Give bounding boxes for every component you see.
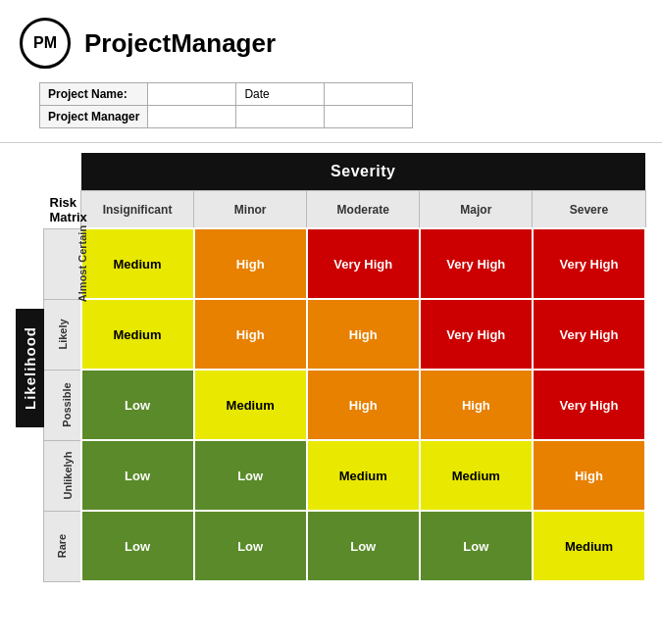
risk-cell-r0-c2: Very High [307,228,420,299]
risk-cell-r1-c3: Very High [420,299,533,370]
risk-cell-r3-c0: Low [81,440,194,511]
severity-header-row: Severity [44,153,646,191]
severity-header: Severity [81,153,646,191]
risk-cell-r3-c2: Medium [307,440,420,511]
date-label: Date [236,83,325,106]
risk-cell-r2-c0: Low [81,370,194,440]
risk-matrix-table: Severity Risk Matrix Insignificant Minor… [43,153,646,582]
row-label-0: Almost Certain [44,228,81,299]
likelihood-label-wrap: Likelihood [16,153,43,582]
risk-cell-r4-c2: Low [307,511,420,581]
col-header-moderate: Moderate [307,191,420,229]
risk-matrix-label [44,153,81,191]
risk-cell-r1-c2: High [307,299,420,370]
row-label-2: Possible [44,370,81,440]
matrix-row: LikelyMediumHighHighVery HighVery High [44,299,646,370]
col-header-minor: Minor [194,191,307,229]
empty-cell [236,106,325,128]
risk-cell-r4-c3: Low [420,511,533,581]
manager-value[interactable] [148,106,236,128]
project-info-table: Project Name: Date Project Manager [39,82,413,128]
risk-cell-r4-c0: Low [81,511,194,581]
col-header-major: Major [420,191,533,229]
logo-text: PM [33,34,57,52]
app-title: ProjectManager [84,28,276,59]
risk-cell-r4-c1: Low [194,511,307,581]
risk-cell-r3-c4: High [533,440,645,511]
logo: PM [20,18,71,69]
row-label-4: Rare [44,511,81,581]
risk-cell-r2-c4: Very High [533,370,645,440]
risk-matrix-corner: Risk Matrix [44,191,81,229]
risk-cell-r2-c3: High [420,370,533,440]
risk-cell-r0-c1: High [194,228,307,299]
row-label-1: Likely [44,299,81,370]
date-value[interactable] [325,83,413,106]
risk-cell-r0-c3: Very High [420,228,533,299]
empty-cell2 [325,106,413,128]
risk-cell-r3-c3: Medium [420,440,533,511]
risk-cell-r2-c2: High [307,370,420,440]
risk-cell-r4-c4: Medium [533,511,645,581]
matrix-row: PossibleLowMediumHighHighVery High [44,370,646,440]
matrix-container: Likelihood Severity Risk Matrix Insignif… [0,143,662,592]
risk-cell-r1-c4: Very High [533,299,645,370]
likelihood-label: Likelihood [16,309,44,427]
risk-cell-r3-c1: Low [194,440,307,511]
matrix-row: UnlikelyhLowLowMediumMediumHigh [44,440,646,511]
row-label-3: Unlikelyh [44,440,81,511]
risk-cell-r0-c0: Medium [81,228,194,299]
matrix-wrap: Severity Risk Matrix Insignificant Minor… [43,153,646,582]
col-header-row: Risk Matrix Insignificant Minor Moderate… [44,191,646,229]
risk-cell-r2-c1: Medium [194,370,307,440]
matrix-row: Almost CertainMediumHighVery HighVery Hi… [44,228,646,299]
header: PM ProjectManager [0,0,662,78]
manager-label: Project Manager [40,106,148,128]
matrix-row: RareLowLowLowLowMedium [44,511,646,581]
risk-cell-r0-c4: Very High [533,228,645,299]
project-name-value[interactable] [148,83,236,106]
risk-cell-r1-c0: Medium [81,299,194,370]
project-name-label: Project Name: [40,83,148,106]
col-header-insignificant: Insignificant [81,191,194,229]
risk-cell-r1-c1: High [194,299,307,370]
col-header-severe: Severe [533,191,645,229]
